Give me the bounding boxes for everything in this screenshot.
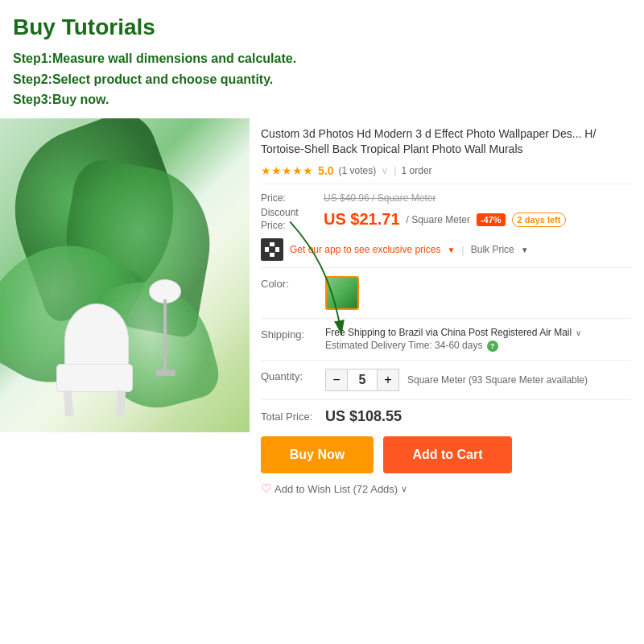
wishlist-text: Add to Wish List (72 Adds) <box>275 483 398 495</box>
per-unit: / Square Meter <box>407 214 470 225</box>
product-section: Custom 3d Photos Hd Modern 3 d Effect Ph… <box>0 118 644 512</box>
qr-icon <box>261 238 283 261</box>
bulk-price-dropdown-icon[interactable]: ▼ <box>521 246 529 254</box>
quantity-label: Quantity: <box>261 369 325 382</box>
shipping-field-value: Free Shipping to Brazil via China Post R… <box>325 327 631 352</box>
quantity-decrease-button[interactable]: − <box>325 369 348 391</box>
lamp-base <box>155 369 175 376</box>
color-field-value <box>325 276 631 310</box>
tutorial-step3: Step3:Buy now. <box>13 89 631 110</box>
separator3: | <box>461 244 464 256</box>
product-image-container <box>0 118 250 432</box>
quantity-control: − 5 + Square Meter (93 Square Meter avai… <box>325 369 631 391</box>
separator: ∨ <box>381 164 389 176</box>
color-swatch[interactable] <box>325 276 359 310</box>
shipping-detail: Estimated Delivery Time: 34-60 days ? <box>325 340 631 352</box>
quantity-value: 5 <box>348 369 377 391</box>
shipping-method: Free Shipping to Brazil via China Post R… <box>325 327 631 338</box>
qr-inner <box>265 242 279 257</box>
days-left-badge: 2 days left <box>512 213 567 227</box>
discount-price-row: DiscountPrice: US $21.71 / Square Meter … <box>261 207 631 232</box>
star-icons: ★★★★★ <box>261 164 313 177</box>
lamp-pole <box>163 299 167 372</box>
app-price-row: Get our app to see exclusive prices ▼ | … <box>261 238 631 268</box>
help-icon[interactable]: ? <box>487 341 498 352</box>
app-price-text[interactable]: Get our app to see exclusive prices <box>290 244 440 255</box>
total-price-value: US $108.55 <box>325 408 402 425</box>
shipping-label: Shipping: <box>261 327 325 341</box>
current-price: US $21.71 <box>324 210 400 229</box>
price-label: Price: <box>261 192 317 204</box>
tutorial-section: Buy Tutorials Step1:Measure wall dimensi… <box>0 0 644 118</box>
shipping-method-text: Free Shipping to Brazil via China Post R… <box>325 327 572 338</box>
add-to-cart-button[interactable]: Add to Cart <box>383 436 512 473</box>
quantity-available: Square Meter (93 Square Meter available) <box>407 374 588 386</box>
original-price: US $40.96 / Square Meter <box>324 192 436 204</box>
chair-leg1 <box>64 390 74 416</box>
buy-now-button[interactable]: Buy Now <box>261 436 374 473</box>
tutorial-title: Buy Tutorials <box>13 14 631 40</box>
total-price-row: Total Price: US $108.55 <box>261 408 631 425</box>
tutorial-step1: Step1:Measure wall dimensions and calcul… <box>13 48 631 69</box>
chair-leg2 <box>116 390 126 416</box>
product-title: Custom 3d Photos Hd Modern 3 d Effect Ph… <box>261 126 631 158</box>
wishlist-dropdown-icon[interactable]: ∨ <box>401 484 407 494</box>
shipping-row: Shipping: Free Shipping to Brazil via Ch… <box>261 327 631 361</box>
rating-row: ★★★★★ 5.0 (1 votes) ∨ | 1 order <box>261 164 631 184</box>
discount-badge: -47% <box>477 213 506 226</box>
discount-label: DiscountPrice: <box>261 207 317 232</box>
product-info: Custom 3d Photos Hd Modern 3 d Effect Ph… <box>250 118 644 504</box>
product-image <box>0 118 250 432</box>
order-count: 1 order <box>402 165 432 176</box>
color-row: Color: <box>261 276 631 319</box>
tutorial-step2: Step2:Select product and choose quantity… <box>13 69 631 90</box>
chair-seat <box>56 364 133 392</box>
separator2: | <box>394 164 396 176</box>
wishlist-row[interactable]: ♡ Add to Wish List (72 Adds) ∨ <box>261 481 631 496</box>
rating-votes: (1 votes) <box>338 165 376 176</box>
quantity-row: Quantity: − 5 + Square Meter (93 Square … <box>261 369 631 400</box>
heart-icon: ♡ <box>261 481 271 496</box>
quantity-increase-button[interactable]: + <box>377 369 399 391</box>
chevron-down-icon[interactable]: ∨ <box>576 328 581 337</box>
shipping-delivery-text: Estimated Delivery Time: 34-60 days <box>325 340 482 351</box>
app-price-dropdown-icon[interactable]: ▼ <box>447 246 455 254</box>
rating-score: 5.0 <box>318 164 333 177</box>
bulk-price-text[interactable]: Bulk Price <box>471 244 514 255</box>
action-buttons: Buy Now Add to Cart <box>261 436 631 473</box>
color-swatch-inner <box>327 278 357 308</box>
original-price-row: Price: US $40.96 / Square Meter <box>261 192 631 204</box>
chair-decoration <box>24 287 185 416</box>
quantity-field-value: − 5 + Square Meter (93 Square Meter avai… <box>325 369 631 391</box>
total-price-label: Total Price: <box>261 411 325 423</box>
lamp-decoration <box>153 279 177 376</box>
color-label: Color: <box>261 276 325 290</box>
